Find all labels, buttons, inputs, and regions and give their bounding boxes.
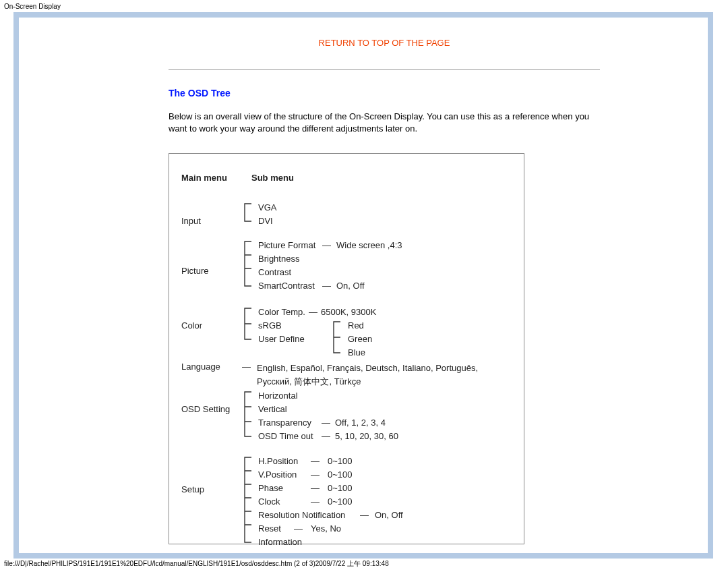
main-osdsetting: OSD Setting xyxy=(181,404,230,414)
osd-tree-box: Main menu Sub menu Input VGA DVI Picture… xyxy=(169,153,524,544)
col-header-main: Main menu xyxy=(181,173,227,183)
main-setup: Setup xyxy=(181,484,204,494)
dash-colortemp: — xyxy=(309,307,317,317)
content-frame: RETURN TO TOP OF THE PAGE The OSD Tree B… xyxy=(19,18,708,553)
col-header-sub: Sub menu xyxy=(251,173,294,183)
blue-frame: RETURN TO TOP OF THE PAGE The OSD Tree B… xyxy=(13,12,713,559)
page: On-Screen Display RETURN TO TOP OF THE P… xyxy=(0,0,728,572)
val-vpos: 0~100 xyxy=(328,469,353,480)
sub-clock: Clock xyxy=(258,496,280,507)
val-transp: Off, 1, 2, 3, 4 xyxy=(335,418,386,428)
sub-dvi: DVI xyxy=(258,216,273,226)
val-resn: On, Off xyxy=(375,510,403,520)
sub-vertical: Vertical xyxy=(258,404,287,414)
val-timeout: 5, 10, 20, 30, 60 xyxy=(335,431,398,441)
sub-phase: Phase xyxy=(258,483,283,493)
dash-transp: — xyxy=(322,418,330,428)
section-intro: Below is an overall view of the structur… xyxy=(169,111,600,134)
sub-pic-format: Picture Format xyxy=(258,240,315,250)
dash-vpos: — xyxy=(311,469,320,480)
sub-vpos: V.Position xyxy=(258,469,297,480)
val-reset: Yes, No xyxy=(311,523,341,534)
sub-red: Red xyxy=(348,320,364,331)
dash-lang: — xyxy=(242,362,251,372)
sub-horizontal: Horizontal xyxy=(258,391,298,401)
dash-picformat: — xyxy=(322,240,331,250)
main-picture: Picture xyxy=(181,266,208,276)
val-phase: 0~100 xyxy=(328,483,353,493)
main-language: Language xyxy=(181,362,220,372)
sub-vga: VGA xyxy=(258,202,276,212)
sub-info: Information xyxy=(258,537,302,547)
val-smart: On, Off xyxy=(336,281,365,291)
footer-path: file:///D|/Rachel/PHILIPS/191E1/191E1%20… xyxy=(4,559,389,569)
val-clock: 0~100 xyxy=(328,496,353,507)
sub-reset: Reset xyxy=(258,523,281,534)
dash-smart: — xyxy=(322,281,331,291)
main-color: Color xyxy=(181,320,202,331)
sub-green: Green xyxy=(348,334,372,344)
sub-transparency: Transparency xyxy=(258,418,311,428)
val-hpos: 0~100 xyxy=(328,456,353,466)
divider xyxy=(169,69,600,70)
content-inner: RETURN TO TOP OF THE PAGE The OSD Tree B… xyxy=(169,18,600,544)
return-to-top-link[interactable]: RETURN TO TOP OF THE PAGE xyxy=(169,38,600,48)
sub-resn: Resolution Notification xyxy=(258,510,345,520)
val-lang: English, Español, Français, Deutsch, Ita… xyxy=(257,362,513,388)
main-input: Input xyxy=(181,216,201,226)
section-title: The OSD Tree xyxy=(169,88,600,98)
sub-userdef: User Define xyxy=(258,334,305,344)
sub-hpos: H.Position xyxy=(258,456,298,466)
sub-brightness: Brightness xyxy=(258,254,299,264)
dash-reset: — xyxy=(294,523,303,534)
val-colortemp: 6500K, 9300K xyxy=(321,307,376,317)
dash-hpos: — xyxy=(311,456,320,466)
sub-colortemp: Color Temp. xyxy=(258,307,305,317)
dash-timeout: — xyxy=(322,431,330,441)
sub-contrast: Contrast xyxy=(258,267,291,277)
sub-blue: Blue xyxy=(348,347,365,358)
sub-srgb: sRGB xyxy=(258,320,282,331)
val-pic-format: Wide screen ,4:3 xyxy=(336,240,402,250)
dash-resn: — xyxy=(360,510,369,520)
dash-clock: — xyxy=(311,496,320,507)
sub-timeout: OSD Time out xyxy=(258,431,313,441)
header-title: On-Screen Display xyxy=(4,3,61,10)
sub-smartcontrast: SmartContrast xyxy=(258,281,315,291)
dash-phase: — xyxy=(311,483,320,493)
